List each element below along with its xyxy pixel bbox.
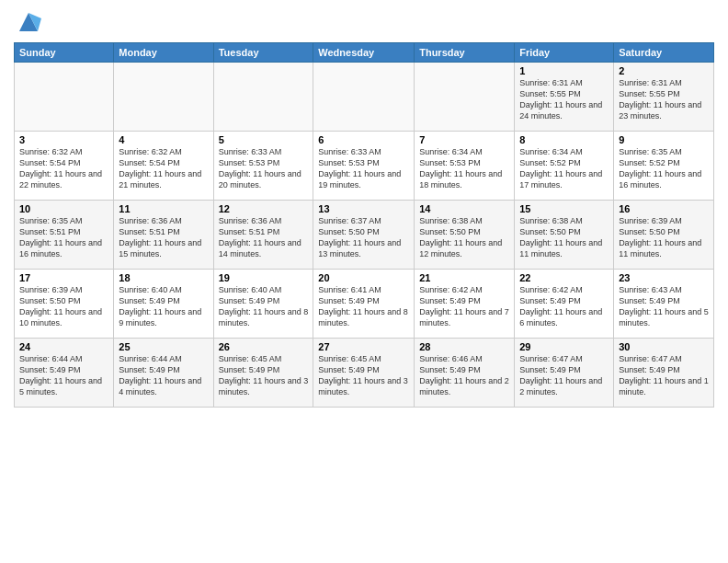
day-cell: 4Sunrise: 6:32 AMSunset: 5:54 PMDaylight… — [114, 132, 213, 201]
day-number: 22 — [519, 272, 609, 283]
day-info: Sunrise: 6:33 AMSunset: 5:53 PMDaylight:… — [219, 146, 309, 191]
day-number: 23 — [619, 272, 709, 283]
day-number: 20 — [318, 272, 409, 283]
day-cell — [213, 63, 313, 132]
day-cell: 12Sunrise: 6:36 AMSunset: 5:51 PMDayligh… — [213, 201, 313, 270]
day-info: Sunrise: 6:35 AMSunset: 5:52 PMDaylight:… — [619, 146, 709, 191]
week-row-0: 1Sunrise: 6:31 AMSunset: 5:55 PMDaylight… — [15, 63, 714, 132]
day-info: Sunrise: 6:32 AMSunset: 5:54 PMDaylight:… — [119, 146, 208, 191]
day-number: 3 — [19, 134, 108, 145]
day-cell: 23Sunrise: 6:43 AMSunset: 5:49 PMDayligh… — [614, 270, 714, 339]
weekday-header-saturday: Saturday — [614, 43, 714, 63]
weekday-header-thursday: Thursday — [415, 43, 515, 63]
day-info: Sunrise: 6:36 AMSunset: 5:51 PMDaylight:… — [219, 215, 309, 260]
day-cell: 3Sunrise: 6:32 AMSunset: 5:54 PMDaylight… — [15, 132, 114, 201]
day-info: Sunrise: 6:38 AMSunset: 5:50 PMDaylight:… — [519, 215, 609, 260]
day-cell: 14Sunrise: 6:38 AMSunset: 5:50 PMDayligh… — [415, 201, 515, 270]
day-cell: 16Sunrise: 6:39 AMSunset: 5:50 PMDayligh… — [614, 201, 714, 270]
day-info: Sunrise: 6:32 AMSunset: 5:54 PMDaylight:… — [19, 146, 108, 191]
day-info: Sunrise: 6:37 AMSunset: 5:50 PMDaylight:… — [318, 215, 409, 260]
day-info: Sunrise: 6:39 AMSunset: 5:50 PMDaylight:… — [19, 284, 108, 329]
day-cell: 19Sunrise: 6:40 AMSunset: 5:49 PMDayligh… — [213, 270, 313, 339]
day-number: 9 — [619, 134, 709, 145]
week-row-1: 3Sunrise: 6:32 AMSunset: 5:54 PMDaylight… — [15, 132, 714, 201]
day-cell: 13Sunrise: 6:37 AMSunset: 5:50 PMDayligh… — [313, 201, 415, 270]
day-number: 18 — [119, 272, 208, 283]
day-cell — [15, 63, 114, 132]
weekday-header-tuesday: Tuesday — [213, 43, 313, 63]
day-cell: 29Sunrise: 6:47 AMSunset: 5:49 PMDayligh… — [515, 339, 614, 408]
day-cell: 6Sunrise: 6:33 AMSunset: 5:53 PMDaylight… — [313, 132, 415, 201]
day-number: 1 — [519, 65, 609, 76]
day-cell: 1Sunrise: 6:31 AMSunset: 5:55 PMDaylight… — [515, 63, 614, 132]
day-info: Sunrise: 6:46 AMSunset: 5:49 PMDaylight:… — [419, 353, 509, 398]
day-cell: 30Sunrise: 6:47 AMSunset: 5:49 PMDayligh… — [614, 339, 714, 408]
day-info: Sunrise: 6:43 AMSunset: 5:49 PMDaylight:… — [619, 284, 709, 329]
day-number: 27 — [318, 341, 409, 352]
day-number: 6 — [318, 134, 409, 145]
day-info: Sunrise: 6:35 AMSunset: 5:51 PMDaylight:… — [19, 215, 108, 260]
day-cell: 2Sunrise: 6:31 AMSunset: 5:55 PMDaylight… — [614, 63, 714, 132]
day-cell: 22Sunrise: 6:42 AMSunset: 5:49 PMDayligh… — [515, 270, 614, 339]
day-info: Sunrise: 6:39 AMSunset: 5:50 PMDaylight:… — [619, 215, 709, 260]
calendar-table: SundayMondayTuesdayWednesdayThursdayFrid… — [14, 42, 714, 408]
weekday-header-sunday: Sunday — [15, 43, 114, 63]
day-cell: 9Sunrise: 6:35 AMSunset: 5:52 PMDaylight… — [614, 132, 714, 201]
logo-icon — [16, 9, 41, 35]
day-cell: 25Sunrise: 6:44 AMSunset: 5:49 PMDayligh… — [114, 339, 213, 408]
day-number: 24 — [19, 341, 108, 352]
day-cell: 15Sunrise: 6:38 AMSunset: 5:50 PMDayligh… — [515, 201, 614, 270]
day-number: 28 — [419, 341, 509, 352]
day-cell: 8Sunrise: 6:34 AMSunset: 5:52 PMDaylight… — [515, 132, 614, 201]
day-info: Sunrise: 6:31 AMSunset: 5:55 PMDaylight:… — [519, 77, 609, 122]
day-number: 29 — [519, 341, 609, 352]
week-row-4: 24Sunrise: 6:44 AMSunset: 5:49 PMDayligh… — [15, 339, 714, 408]
day-number: 19 — [219, 272, 309, 283]
day-cell: 26Sunrise: 6:45 AMSunset: 5:49 PMDayligh… — [213, 339, 313, 408]
day-number: 15 — [519, 203, 609, 214]
day-number: 4 — [119, 134, 208, 145]
day-info: Sunrise: 6:44 AMSunset: 5:49 PMDaylight:… — [19, 353, 108, 398]
weekday-header-wednesday: Wednesday — [313, 43, 415, 63]
day-number: 26 — [219, 341, 309, 352]
logo-text-block — [14, 9, 41, 35]
weekday-header-monday: Monday — [114, 43, 213, 63]
day-info: Sunrise: 6:42 AMSunset: 5:49 PMDaylight:… — [419, 284, 509, 329]
day-info: Sunrise: 6:31 AMSunset: 5:55 PMDaylight:… — [619, 77, 709, 122]
day-cell: 18Sunrise: 6:40 AMSunset: 5:49 PMDayligh… — [114, 270, 213, 339]
day-cell: 7Sunrise: 6:34 AMSunset: 5:53 PMDaylight… — [415, 132, 515, 201]
day-info: Sunrise: 6:40 AMSunset: 5:49 PMDaylight:… — [219, 284, 309, 329]
day-cell — [313, 63, 415, 132]
week-row-3: 17Sunrise: 6:39 AMSunset: 5:50 PMDayligh… — [15, 270, 714, 339]
day-number: 2 — [619, 65, 709, 76]
day-number: 13 — [318, 203, 409, 214]
day-number: 14 — [419, 203, 509, 214]
day-cell: 28Sunrise: 6:46 AMSunset: 5:49 PMDayligh… — [415, 339, 515, 408]
day-cell: 21Sunrise: 6:42 AMSunset: 5:49 PMDayligh… — [415, 270, 515, 339]
day-cell: 5Sunrise: 6:33 AMSunset: 5:53 PMDaylight… — [213, 132, 313, 201]
weekday-header-row: SundayMondayTuesdayWednesdayThursdayFrid… — [15, 43, 714, 63]
day-number: 17 — [19, 272, 108, 283]
day-info: Sunrise: 6:42 AMSunset: 5:49 PMDaylight:… — [519, 284, 609, 329]
logo — [14, 9, 41, 35]
day-cell: 10Sunrise: 6:35 AMSunset: 5:51 PMDayligh… — [15, 201, 114, 270]
day-cell: 17Sunrise: 6:39 AMSunset: 5:50 PMDayligh… — [15, 270, 114, 339]
page: SundayMondayTuesdayWednesdayThursdayFrid… — [0, 0, 728, 563]
day-cell — [114, 63, 213, 132]
day-info: Sunrise: 6:34 AMSunset: 5:52 PMDaylight:… — [519, 146, 609, 191]
day-cell: 11Sunrise: 6:36 AMSunset: 5:51 PMDayligh… — [114, 201, 213, 270]
day-number: 21 — [419, 272, 509, 283]
weekday-header-friday: Friday — [515, 43, 614, 63]
day-info: Sunrise: 6:44 AMSunset: 5:49 PMDaylight:… — [119, 353, 208, 398]
header — [14, 9, 714, 35]
day-info: Sunrise: 6:45 AMSunset: 5:49 PMDaylight:… — [318, 353, 409, 398]
day-info: Sunrise: 6:45 AMSunset: 5:49 PMDaylight:… — [219, 353, 309, 398]
day-info: Sunrise: 6:41 AMSunset: 5:49 PMDaylight:… — [318, 284, 409, 329]
day-cell: 27Sunrise: 6:45 AMSunset: 5:49 PMDayligh… — [313, 339, 415, 408]
day-info: Sunrise: 6:34 AMSunset: 5:53 PMDaylight:… — [419, 146, 509, 191]
week-row-2: 10Sunrise: 6:35 AMSunset: 5:51 PMDayligh… — [15, 201, 714, 270]
day-cell — [415, 63, 515, 132]
day-number: 16 — [619, 203, 709, 214]
day-cell: 20Sunrise: 6:41 AMSunset: 5:49 PMDayligh… — [313, 270, 415, 339]
day-number: 11 — [119, 203, 208, 214]
